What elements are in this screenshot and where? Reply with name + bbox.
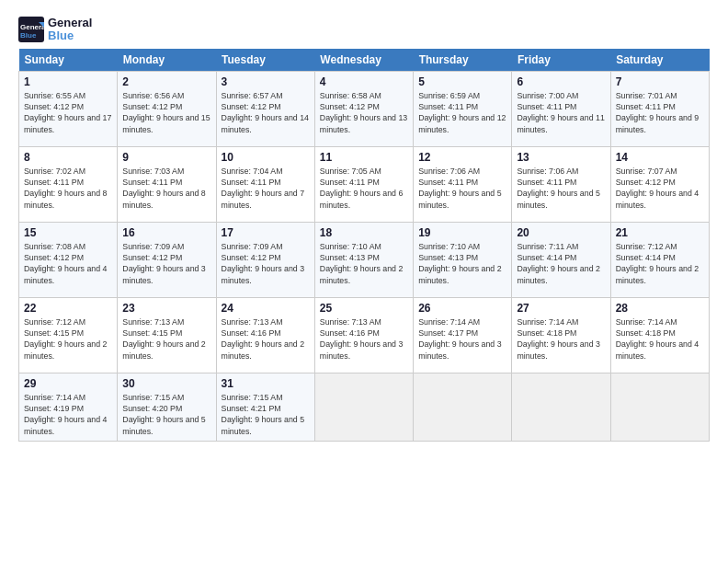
day-info: Sunrise: 7:00 AM Sunset: 4:11 PM Dayligh…: [517, 90, 605, 135]
day-info: Sunrise: 7:08 AM Sunset: 4:12 PM Dayligh…: [24, 241, 112, 286]
calendar-cell: 31 Sunrise: 7:15 AM Sunset: 4:21 PM Dayl…: [216, 373, 314, 441]
day-info: Sunrise: 7:14 AM Sunset: 4:17 PM Dayligh…: [418, 316, 506, 362]
day-number: 19: [418, 226, 506, 239]
day-info: Sunrise: 7:06 AM Sunset: 4:11 PM Dayligh…: [418, 166, 506, 211]
day-info: Sunrise: 7:07 AM Sunset: 4:12 PM Dayligh…: [616, 166, 704, 211]
day-info: Sunrise: 7:14 AM Sunset: 4:18 PM Dayligh…: [616, 316, 704, 362]
day-number: 8: [24, 151, 112, 164]
calendar-cell: 27 Sunrise: 7:14 AM Sunset: 4:18 PM Dayl…: [512, 297, 610, 373]
weekday-header-saturday: Saturday: [610, 49, 709, 72]
weekday-header-thursday: Thursday: [414, 49, 512, 72]
svg-text:Blue: Blue: [20, 31, 37, 40]
day-info: Sunrise: 6:59 AM Sunset: 4:11 PM Dayligh…: [418, 90, 506, 135]
calendar-cell: 1 Sunrise: 6:55 AM Sunset: 4:12 PM Dayli…: [19, 71, 118, 146]
day-number: 27: [517, 302, 605, 315]
day-number: 3: [222, 75, 310, 88]
logo: General Blue General Blue: [18, 17, 92, 43]
calendar-cell: 18 Sunrise: 7:10 AM Sunset: 4:13 PM Dayl…: [314, 222, 413, 297]
calendar-cell: 5 Sunrise: 6:59 AM Sunset: 4:11 PM Dayli…: [414, 71, 512, 146]
day-info: Sunrise: 7:01 AM Sunset: 4:11 PM Dayligh…: [616, 90, 704, 135]
day-info: Sunrise: 7:03 AM Sunset: 4:11 PM Dayligh…: [122, 166, 210, 211]
day-info: Sunrise: 7:14 AM Sunset: 4:18 PM Dayligh…: [517, 316, 605, 362]
day-number: 7: [616, 75, 704, 88]
day-number: 28: [616, 302, 704, 315]
day-number: 14: [616, 151, 704, 164]
calendar-table: SundayMondayTuesdayWednesdayThursdayFrid…: [18, 49, 710, 442]
calendar-cell: 20 Sunrise: 7:11 AM Sunset: 4:14 PM Dayl…: [512, 222, 610, 297]
weekday-header-friday: Friday: [512, 49, 610, 72]
day-info: Sunrise: 7:13 AM Sunset: 4:16 PM Dayligh…: [320, 316, 408, 362]
calendar-cell: [512, 373, 610, 441]
day-info: Sunrise: 7:12 AM Sunset: 4:15 PM Dayligh…: [24, 316, 112, 362]
day-number: 12: [418, 151, 506, 164]
calendar-cell: 16 Sunrise: 7:09 AM Sunset: 4:12 PM Dayl…: [118, 222, 216, 297]
weekday-header-tuesday: Tuesday: [216, 49, 314, 72]
calendar-cell: 28 Sunrise: 7:14 AM Sunset: 4:18 PM Dayl…: [610, 297, 709, 373]
day-info: Sunrise: 7:02 AM Sunset: 4:11 PM Dayligh…: [24, 166, 112, 211]
day-info: Sunrise: 6:56 AM Sunset: 4:12 PM Dayligh…: [122, 90, 210, 135]
day-info: Sunrise: 6:57 AM Sunset: 4:12 PM Dayligh…: [222, 90, 310, 135]
day-number: 22: [24, 302, 112, 315]
calendar-page: General Blue General Blue SundayMondayTu…: [0, 0, 728, 451]
calendar-cell: 30 Sunrise: 7:15 AM Sunset: 4:20 PM Dayl…: [118, 373, 216, 441]
calendar-cell: 12 Sunrise: 7:06 AM Sunset: 4:11 PM Dayl…: [414, 146, 512, 222]
day-info: Sunrise: 7:15 AM Sunset: 4:21 PM Dayligh…: [222, 392, 310, 437]
calendar-cell: 17 Sunrise: 7:09 AM Sunset: 4:12 PM Dayl…: [216, 222, 314, 297]
calendar-cell: 13 Sunrise: 7:06 AM Sunset: 4:11 PM Dayl…: [512, 146, 610, 222]
calendar-cell: [314, 373, 413, 441]
day-number: 18: [320, 226, 408, 239]
day-info: Sunrise: 7:11 AM Sunset: 4:14 PM Dayligh…: [517, 241, 605, 286]
calendar-cell: 10 Sunrise: 7:04 AM Sunset: 4:11 PM Dayl…: [216, 146, 314, 222]
logo-general: General: [48, 17, 92, 29]
day-info: Sunrise: 6:58 AM Sunset: 4:12 PM Dayligh…: [320, 90, 408, 135]
calendar-cell: 3 Sunrise: 6:57 AM Sunset: 4:12 PM Dayli…: [216, 71, 314, 146]
day-info: Sunrise: 7:13 AM Sunset: 4:16 PM Dayligh…: [222, 316, 310, 362]
logo-blue: Blue: [48, 29, 92, 42]
calendar-cell: 25 Sunrise: 7:13 AM Sunset: 4:16 PM Dayl…: [314, 297, 413, 373]
day-number: 31: [222, 377, 310, 390]
weekday-header-monday: Monday: [118, 49, 216, 72]
calendar-cell: 19 Sunrise: 7:10 AM Sunset: 4:13 PM Dayl…: [414, 222, 512, 297]
calendar-cell: 26 Sunrise: 7:14 AM Sunset: 4:17 PM Dayl…: [414, 297, 512, 373]
weekday-header-sunday: Sunday: [19, 49, 118, 72]
day-number: 24: [222, 302, 310, 315]
day-number: 26: [418, 302, 506, 315]
weekday-header-wednesday: Wednesday: [314, 49, 413, 72]
day-number: 4: [320, 75, 408, 88]
day-number: 6: [517, 75, 605, 88]
day-number: 2: [122, 75, 210, 88]
day-number: 30: [122, 377, 210, 390]
day-number: 21: [616, 226, 704, 239]
day-info: Sunrise: 6:55 AM Sunset: 4:12 PM Dayligh…: [24, 90, 112, 135]
calendar-cell: 2 Sunrise: 6:56 AM Sunset: 4:12 PM Dayli…: [118, 71, 216, 146]
day-number: 25: [320, 302, 408, 315]
day-number: 20: [517, 226, 605, 239]
calendar-cell: 15 Sunrise: 7:08 AM Sunset: 4:12 PM Dayl…: [19, 222, 118, 297]
day-number: 13: [517, 151, 605, 164]
day-info: Sunrise: 7:15 AM Sunset: 4:20 PM Dayligh…: [122, 392, 210, 437]
calendar-cell: 14 Sunrise: 7:07 AM Sunset: 4:12 PM Dayl…: [610, 146, 709, 222]
calendar-cell: 29 Sunrise: 7:14 AM Sunset: 4:19 PM Dayl…: [19, 373, 118, 441]
day-number: 11: [320, 151, 408, 164]
calendar-cell: 8 Sunrise: 7:02 AM Sunset: 4:11 PM Dayli…: [19, 146, 118, 222]
calendar-cell: [414, 373, 512, 441]
calendar-cell: 21 Sunrise: 7:12 AM Sunset: 4:14 PM Dayl…: [610, 222, 709, 297]
day-info: Sunrise: 7:09 AM Sunset: 4:12 PM Dayligh…: [222, 241, 310, 286]
day-number: 17: [222, 226, 310, 239]
day-number: 23: [122, 302, 210, 315]
calendar-cell: 23 Sunrise: 7:13 AM Sunset: 4:15 PM Dayl…: [118, 297, 216, 373]
day-number: 15: [24, 226, 112, 239]
logo-icon: General Blue: [18, 17, 44, 42]
calendar-cell: 11 Sunrise: 7:05 AM Sunset: 4:11 PM Dayl…: [314, 146, 413, 222]
day-number: 5: [418, 75, 506, 88]
day-info: Sunrise: 7:12 AM Sunset: 4:14 PM Dayligh…: [616, 241, 704, 286]
day-number: 10: [222, 151, 310, 164]
day-info: Sunrise: 7:04 AM Sunset: 4:11 PM Dayligh…: [222, 166, 310, 211]
day-number: 9: [122, 151, 210, 164]
header: General Blue General Blue: [18, 17, 710, 43]
calendar-cell: 4 Sunrise: 6:58 AM Sunset: 4:12 PM Dayli…: [314, 71, 413, 146]
weekday-header-row: SundayMondayTuesdayWednesdayThursdayFrid…: [19, 49, 710, 72]
day-info: Sunrise: 7:10 AM Sunset: 4:13 PM Dayligh…: [418, 241, 506, 286]
day-info: Sunrise: 7:09 AM Sunset: 4:12 PM Dayligh…: [122, 241, 210, 286]
day-info: Sunrise: 7:13 AM Sunset: 4:15 PM Dayligh…: [122, 316, 210, 362]
